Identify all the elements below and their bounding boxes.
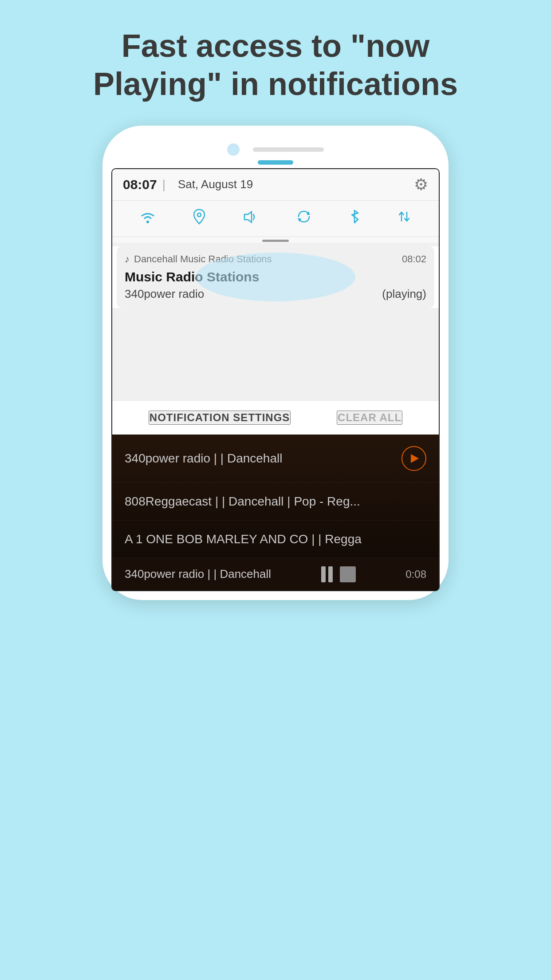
playbar-controls [321, 566, 356, 582]
notif-station: 340power radio [125, 287, 204, 301]
notification-card[interactable]: ♪ Dancehall Music Radio Stations 08:02 M… [117, 246, 434, 308]
status-bar: 08:07 | Sat, August 19 ⚙ [112, 169, 439, 201]
page-title: Fast access to "now Playing" in notifica… [58, 27, 493, 103]
notification-header: ♪ Dancehall Music Radio Stations 08:02 [125, 253, 426, 265]
location-icon[interactable] [193, 209, 205, 229]
radio-list: 340power radio | | Dancehall 808Reggaeca… [112, 435, 439, 590]
notification-area: ♪ Dancehall Music Radio Stations 08:02 M… [112, 246, 439, 308]
bluetooth-icon[interactable] [349, 209, 360, 229]
phone-camera [227, 143, 240, 156]
svg-marker-2 [244, 212, 252, 222]
wifi-icon[interactable] [140, 209, 156, 228]
svg-point-1 [197, 213, 201, 217]
pause-bar-left [321, 566, 326, 582]
blank-area [112, 312, 439, 400]
stop-button[interactable] [340, 566, 356, 582]
player-station: 340power radio | | Dancehall [125, 567, 271, 581]
music-note-icon: ♪ [125, 253, 130, 265]
sync-icon[interactable] [296, 209, 312, 229]
list-item-label: 340power radio | | Dancehall [125, 451, 401, 466]
notif-status: (playing) [382, 287, 426, 301]
svg-point-0 [146, 221, 149, 223]
status-date: Sat, August 19 [178, 178, 253, 191]
list-item[interactable]: 808Reggaecast | | Dancehall | Pop - Reg.… [112, 483, 439, 521]
phone-speaker [253, 147, 324, 152]
list-item[interactable]: 340power radio | | Dancehall [112, 435, 439, 483]
pause-button[interactable] [321, 566, 333, 582]
phone-top-bar [111, 134, 440, 160]
list-item-label: A 1 ONE BOB MARLEY AND CO | | Regga [125, 532, 426, 546]
status-separator: | [162, 178, 165, 192]
clear-all-button[interactable]: CLEAR ALL [337, 411, 402, 425]
notification-settings-button[interactable]: NOTIFICATION SETTINGS [149, 411, 291, 425]
list-item-label: 808Reggaecast | | Dancehall | Pop - Reg.… [125, 494, 426, 509]
pause-bar-right [328, 566, 333, 582]
player-bar: 340power radio | | Dancehall 0:08 [112, 558, 439, 590]
phone-home-indicator [258, 160, 293, 165]
play-triangle-icon [411, 454, 419, 463]
quick-settings [112, 201, 439, 237]
volume-icon[interactable] [243, 209, 259, 228]
data-transfer-icon[interactable] [397, 209, 411, 229]
list-item[interactable]: A 1 ONE BOB MARLEY AND CO | | Regga [112, 521, 439, 558]
status-time: 08:07 [123, 177, 157, 192]
phone-shell: 08:07 | Sat, August 19 ⚙ [102, 126, 449, 600]
phone-screen: 08:07 | Sat, August 19 ⚙ [111, 168, 440, 591]
drag-handle [112, 237, 439, 243]
notif-bottom-bar: NOTIFICATION SETTINGS CLEAR ALL [112, 400, 439, 435]
notif-title: Music Radio Stations [125, 269, 426, 285]
play-button[interactable] [401, 446, 426, 471]
notif-app-name: Dancehall Music Radio Stations [134, 253, 398, 265]
notif-subtitle: 340power radio (playing) [125, 287, 426, 301]
notif-time: 08:02 [402, 253, 426, 265]
player-time: 0:08 [405, 568, 426, 581]
gear-icon[interactable]: ⚙ [414, 175, 428, 194]
status-left: 08:07 | Sat, August 19 [123, 177, 253, 192]
